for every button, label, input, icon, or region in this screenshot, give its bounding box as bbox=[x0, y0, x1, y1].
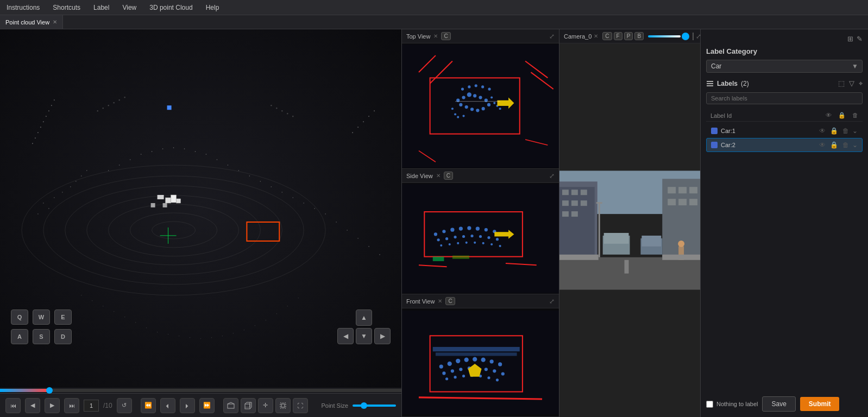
svg-point-70 bbox=[276, 108, 277, 109]
skip-first-btn[interactable]: ⏮ bbox=[5, 398, 21, 413]
nav-up-btn[interactable]: ▲ bbox=[356, 309, 372, 326]
play-btn[interactable]: ▶ bbox=[45, 398, 60, 413]
front-view-close[interactable]: ✕ bbox=[438, 298, 442, 304]
svg-point-77 bbox=[114, 311, 114, 312]
top-view-badge[interactable]: C bbox=[441, 32, 450, 40]
svg-point-26 bbox=[217, 159, 218, 160]
svg-point-107 bbox=[462, 96, 465, 99]
front-view-badge[interactable]: C bbox=[445, 297, 455, 305]
front-view-expand[interactable]: ⤢ bbox=[549, 298, 555, 305]
top-view-close[interactable]: ✕ bbox=[433, 33, 438, 39]
key-d[interactable]: D bbox=[54, 329, 72, 344]
key-w[interactable]: W bbox=[33, 309, 50, 325]
label-item-car2[interactable]: Car:2 👁 🔒 🗑 ⌄ bbox=[706, 138, 863, 152]
top-view-canvas[interactable] bbox=[402, 43, 559, 168]
point-size-label: Point Size bbox=[321, 402, 348, 409]
pointcloud-canvas[interactable]: Q W E A S D ▲ ◀ bbox=[0, 29, 401, 388]
nothing-to-label-checkbox-label[interactable]: Nothing to label bbox=[706, 401, 758, 408]
tool-cube-btn[interactable] bbox=[241, 398, 256, 413]
svg-rect-61 bbox=[151, 203, 155, 207]
label-car2-name: Car:2 bbox=[721, 142, 816, 148]
nav-down-btn[interactable]: ▼ bbox=[356, 328, 372, 344]
tool-fullscreen-btn[interactable]: ⛶ bbox=[293, 398, 308, 413]
side-view-canvas[interactable] bbox=[402, 183, 559, 294]
point-size-slider[interactable] bbox=[353, 405, 396, 407]
cam-badge-b[interactable]: B bbox=[634, 32, 644, 40]
fast-forward-btn[interactable]: ⏩ bbox=[199, 398, 215, 413]
menu-label[interactable]: Label bbox=[91, 4, 111, 11]
side-view-close[interactable]: ✕ bbox=[436, 173, 441, 179]
svg-rect-198 bbox=[433, 347, 520, 351]
camera-close[interactable]: ✕ bbox=[594, 33, 598, 39]
svg-point-173 bbox=[439, 365, 443, 369]
svg-point-181 bbox=[442, 372, 445, 375]
car1-delete-icon[interactable]: 🗑 bbox=[842, 127, 849, 135]
nav-left-btn[interactable]: ◀ bbox=[337, 328, 354, 344]
car2-visibility-icon[interactable]: 👁 bbox=[819, 141, 826, 149]
top-view-expand[interactable]: ⤢ bbox=[549, 33, 555, 40]
skip-last-btn[interactable]: ⏭ bbox=[64, 398, 79, 413]
prev-btn[interactable]: ◀ bbox=[25, 398, 40, 413]
search-labels-input[interactable] bbox=[706, 92, 863, 104]
svg-rect-216 bbox=[678, 199, 687, 205]
svg-point-74 bbox=[81, 295, 81, 295]
contrast-icon[interactable] bbox=[693, 33, 694, 40]
refresh-btn[interactable]: ↺ bbox=[117, 398, 132, 413]
key-a[interactable]: A bbox=[11, 329, 28, 344]
key-e[interactable]: E bbox=[54, 309, 72, 325]
tab-close-icon[interactable]: ✕ bbox=[53, 19, 57, 25]
tool-move-btn[interactable]: ✛ bbox=[258, 398, 273, 413]
car2-delete-icon[interactable]: 🗑 bbox=[842, 141, 849, 149]
filter2-icon[interactable]: ▽ bbox=[849, 79, 854, 88]
frame-back-btn[interactable]: ⏴ bbox=[160, 398, 175, 413]
timeline-track[interactable] bbox=[0, 389, 401, 392]
save-button[interactable]: Save bbox=[762, 396, 795, 412]
tool-transform-btn[interactable] bbox=[275, 398, 291, 413]
car1-expand-icon[interactable]: ⌄ bbox=[852, 127, 858, 135]
svg-point-18 bbox=[130, 159, 131, 160]
front-view-canvas[interactable] bbox=[402, 308, 559, 416]
car1-lock-icon[interactable]: 🔒 bbox=[830, 127, 838, 135]
panel-edit-icon[interactable]: ✎ bbox=[857, 35, 863, 43]
svg-rect-95 bbox=[171, 195, 177, 203]
timeline-wrapper[interactable] bbox=[0, 388, 401, 393]
svg-point-94 bbox=[298, 298, 299, 298]
svg-point-13 bbox=[43, 203, 44, 204]
keyboard-overlay: Q W E A S D bbox=[11, 309, 72, 344]
svg-point-82 bbox=[168, 334, 168, 334]
svg-point-8 bbox=[62, 192, 63, 193]
key-q[interactable]: Q bbox=[11, 309, 28, 325]
menu-help[interactable]: Help bbox=[204, 4, 222, 11]
tool-box-btn[interactable] bbox=[223, 398, 238, 413]
tag-icon[interactable]: ⌖ bbox=[859, 79, 863, 88]
category-select[interactable]: Car Truck Pedestrian Cyclist bbox=[706, 60, 863, 73]
side-view-badge[interactable]: C bbox=[444, 172, 453, 180]
nothing-to-label-checkbox[interactable] bbox=[706, 401, 713, 408]
camera-svg bbox=[559, 43, 700, 417]
filter-icon[interactable]: ⬚ bbox=[838, 79, 845, 88]
tab-point-cloud[interactable]: Point cloud View ✕ bbox=[0, 15, 63, 29]
submit-button[interactable]: Submit bbox=[800, 397, 840, 411]
cam-badge-f[interactable]: F bbox=[614, 32, 622, 40]
menu-shortcuts[interactable]: Shortcuts bbox=[51, 4, 83, 11]
menu-3d-point-cloud[interactable]: 3D point Cloud bbox=[147, 4, 194, 11]
menu-instructions[interactable]: Instructions bbox=[4, 4, 42, 11]
fast-back-btn[interactable]: ⏪ bbox=[141, 398, 156, 413]
side-view-expand[interactable]: ⤢ bbox=[549, 172, 555, 180]
cam-badge-p[interactable]: P bbox=[624, 32, 633, 40]
frame-forward-btn[interactable]: ⏵ bbox=[180, 398, 195, 413]
svg-point-21 bbox=[162, 148, 163, 149]
cam-badge-c[interactable]: C bbox=[602, 32, 612, 40]
car2-expand-icon[interactable]: ⌄ bbox=[852, 141, 858, 149]
camera-title: Camera_0 bbox=[564, 33, 592, 40]
car2-lock-icon[interactable]: 🔒 bbox=[830, 141, 838, 149]
svg-point-50 bbox=[54, 99, 55, 100]
panel-icon-1[interactable]: ⊞ bbox=[847, 35, 853, 43]
nav-right-btn[interactable]: ▶ bbox=[374, 328, 391, 344]
svg-point-144 bbox=[459, 227, 463, 231]
menu-view[interactable]: View bbox=[120, 4, 139, 11]
frame-current-input[interactable]: 1 bbox=[84, 400, 99, 412]
key-s[interactable]: S bbox=[33, 329, 50, 344]
car1-visibility-icon[interactable]: 👁 bbox=[819, 127, 826, 135]
label-item-car1[interactable]: Car:1 👁 🔒 🗑 ⌄ bbox=[706, 124, 863, 138]
